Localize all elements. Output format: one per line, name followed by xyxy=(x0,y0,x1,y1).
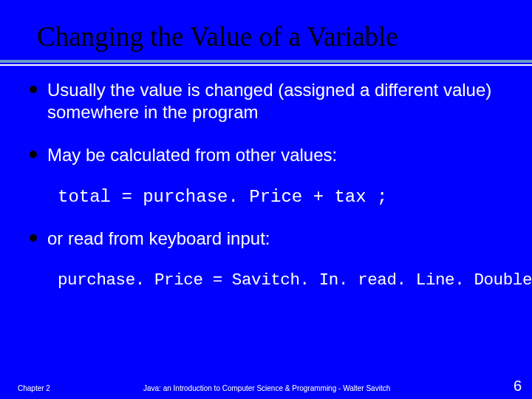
slide-body: Usually the value is changed (assigned a… xyxy=(0,63,532,290)
code-line: total = purchase. Price + tax ; xyxy=(58,187,502,207)
bullet-icon xyxy=(30,151,37,158)
bullet-icon xyxy=(30,234,37,242)
bullet-text: May be calculated from other values: xyxy=(47,144,337,166)
list-item: May be calculated from other values: xyxy=(30,144,502,166)
footer-left: Chapter 2 xyxy=(18,384,121,392)
title-underline xyxy=(0,60,532,63)
slide: Changing the Value of a Variable Usually… xyxy=(0,0,532,399)
bullet-text: Usually the value is changed (assigned a… xyxy=(47,79,502,123)
footer-center: Java: an Introduction to Computer Scienc… xyxy=(121,384,514,392)
list-item: or read from keyboard input: xyxy=(30,228,502,250)
list-item: Usually the value is changed (assigned a… xyxy=(30,79,502,123)
code-line: purchase. Price = Savitch. In. read. Lin… xyxy=(58,270,502,290)
page-number: 6 xyxy=(514,378,522,395)
bullet-icon xyxy=(30,86,37,93)
bullet-text: or read from keyboard input: xyxy=(47,228,270,250)
slide-title: Changing the Value of a Variable xyxy=(0,0,532,52)
footer: Chapter 2 Java: an Introduction to Compu… xyxy=(0,378,532,395)
